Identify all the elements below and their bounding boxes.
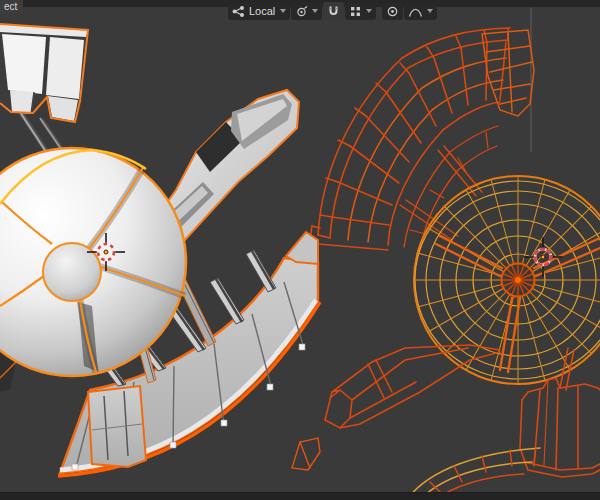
solid-panel-fan bbox=[0, 24, 88, 122]
wireframe-station-object[interactable] bbox=[292, 8, 600, 500]
chevron-down-icon bbox=[427, 9, 433, 13]
solid-bottom-panel bbox=[88, 386, 146, 467]
viewport-header-widgets: Local bbox=[228, 2, 437, 20]
axes-orientation-icon bbox=[232, 5, 245, 18]
increment-grid-icon bbox=[349, 5, 362, 18]
magnet-icon bbox=[327, 5, 340, 18]
blender-3d-viewport: ect Local bbox=[0, 0, 600, 500]
wire-panel bbox=[520, 348, 600, 477]
smooth-falloff-curve-icon bbox=[408, 5, 423, 18]
solid-sphere bbox=[0, 148, 186, 376]
chevron-down-icon bbox=[280, 9, 286, 13]
orientation-label: Local bbox=[248, 6, 276, 17]
wire-slab bbox=[482, 30, 534, 116]
header-gap bbox=[377, 2, 381, 20]
pivot-point-dropdown[interactable] bbox=[291, 2, 322, 20]
chevron-down-icon bbox=[366, 9, 372, 13]
solid-station-object[interactable] bbox=[0, 24, 320, 476]
wire-sphere-hub bbox=[501, 263, 535, 297]
snap-toggle-button[interactable] bbox=[323, 2, 344, 20]
bottom-strip bbox=[0, 492, 600, 500]
wire-wedge-tip bbox=[292, 438, 320, 470]
viewport-canvas[interactable] bbox=[0, 0, 600, 500]
menu-fragment-object[interactable]: ect bbox=[0, 0, 23, 14]
transform-orientation-dropdown[interactable]: Local bbox=[228, 2, 290, 20]
proportional-editing-toggle[interactable] bbox=[382, 2, 403, 20]
chevron-down-icon bbox=[312, 9, 318, 13]
proportional-falloff-dropdown[interactable] bbox=[404, 2, 437, 20]
snap-settings-dropdown[interactable] bbox=[345, 2, 376, 20]
circle-dot-icon bbox=[386, 5, 399, 18]
3d-cursor-right bbox=[524, 238, 562, 276]
wire-fan-arc bbox=[310, 28, 510, 250]
pivot-point-icon bbox=[295, 5, 308, 18]
